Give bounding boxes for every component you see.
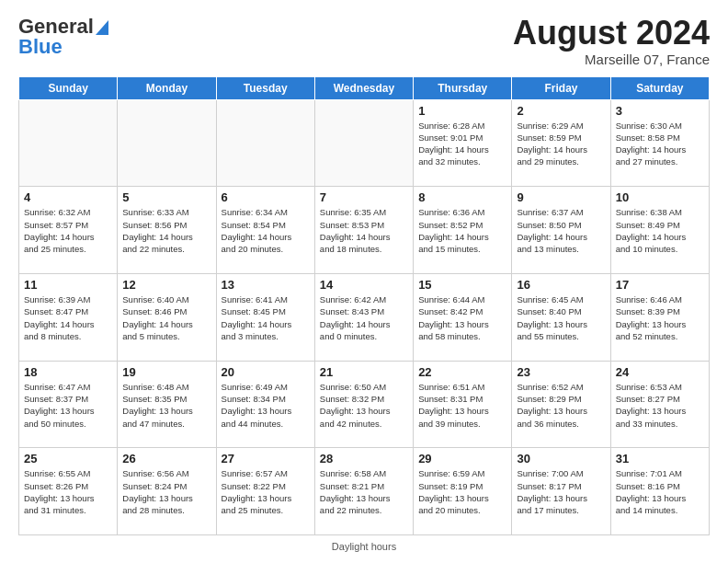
calendar-cell: 30Sunrise: 7:00 AM Sunset: 8:17 PM Dayli… xyxy=(512,448,610,535)
day-info: Sunrise: 6:50 AM Sunset: 8:32 PM Dayligh… xyxy=(320,381,408,430)
weekday-header-wednesday: Wednesday xyxy=(314,76,413,99)
weekday-header-tuesday: Tuesday xyxy=(216,76,314,99)
day-number: 7 xyxy=(320,190,408,204)
calendar-week-row: 1Sunrise: 6:28 AM Sunset: 9:01 PM Daylig… xyxy=(19,99,710,187)
title-area: August 2024 Marseille 07, France xyxy=(513,15,710,67)
day-info: Sunrise: 6:33 AM Sunset: 8:56 PM Dayligh… xyxy=(122,206,210,255)
calendar-cell: 3Sunrise: 6:30 AM Sunset: 8:58 PM Daylig… xyxy=(610,99,709,187)
calendar-cell: 10Sunrise: 6:38 AM Sunset: 8:49 PM Dayli… xyxy=(610,187,709,274)
location-subtitle: Marseille 07, France xyxy=(513,52,710,67)
day-number: 31 xyxy=(616,452,704,465)
calendar-cell: 5Sunrise: 6:33 AM Sunset: 8:56 PM Daylig… xyxy=(118,187,216,274)
calendar-body: 1Sunrise: 6:28 AM Sunset: 9:01 PM Daylig… xyxy=(19,99,710,534)
day-info: Sunrise: 6:29 AM Sunset: 8:59 PM Dayligh… xyxy=(517,120,605,168)
svg-marker-0 xyxy=(96,20,108,35)
weekday-header-friday: Friday xyxy=(512,76,610,99)
footer: Daylight hours xyxy=(18,541,710,552)
day-info: Sunrise: 6:46 AM Sunset: 8:39 PM Dayligh… xyxy=(616,293,704,342)
day-number: 29 xyxy=(418,452,506,465)
day-number: 17 xyxy=(616,278,704,292)
day-number: 30 xyxy=(517,452,605,465)
calendar-cell: 14Sunrise: 6:42 AM Sunset: 8:43 PM Dayli… xyxy=(314,273,413,361)
day-info: Sunrise: 6:52 AM Sunset: 8:29 PM Dayligh… xyxy=(517,381,605,430)
calendar-cell: 24Sunrise: 6:53 AM Sunset: 8:27 PM Dayli… xyxy=(610,361,709,448)
day-info: Sunrise: 6:38 AM Sunset: 8:49 PM Dayligh… xyxy=(616,206,704,255)
calendar-cell xyxy=(118,99,216,187)
calendar-cell: 15Sunrise: 6:44 AM Sunset: 8:42 PM Dayli… xyxy=(414,273,512,361)
weekday-header-thursday: Thursday xyxy=(414,76,512,99)
daylight-label: Daylight hours xyxy=(332,541,396,552)
day-info: Sunrise: 6:59 AM Sunset: 8:19 PM Dayligh… xyxy=(418,467,506,516)
calendar-table: SundayMondayTuesdayWednesdayThursdayFrid… xyxy=(18,76,710,535)
month-year-title: August 2024 xyxy=(513,15,710,52)
header: General Blue August 2024 Marseille 07, F… xyxy=(18,15,710,67)
calendar-cell: 6Sunrise: 6:34 AM Sunset: 8:54 PM Daylig… xyxy=(216,187,314,274)
calendar-cell: 18Sunrise: 6:47 AM Sunset: 8:37 PM Dayli… xyxy=(19,361,118,448)
calendar-cell: 17Sunrise: 6:46 AM Sunset: 8:39 PM Dayli… xyxy=(610,273,709,361)
calendar-header: SundayMondayTuesdayWednesdayThursdayFrid… xyxy=(19,76,710,99)
calendar-cell: 21Sunrise: 6:50 AM Sunset: 8:32 PM Dayli… xyxy=(314,361,413,448)
day-info: Sunrise: 6:37 AM Sunset: 8:50 PM Dayligh… xyxy=(517,206,605,255)
day-info: Sunrise: 6:58 AM Sunset: 8:21 PM Dayligh… xyxy=(320,467,408,516)
calendar-cell: 8Sunrise: 6:36 AM Sunset: 8:52 PM Daylig… xyxy=(414,187,512,274)
day-number: 13 xyxy=(222,278,310,292)
day-info: Sunrise: 6:39 AM Sunset: 8:47 PM Dayligh… xyxy=(24,293,112,342)
calendar-cell xyxy=(314,99,413,187)
calendar-cell: 12Sunrise: 6:40 AM Sunset: 8:46 PM Dayli… xyxy=(118,273,216,361)
day-number: 16 xyxy=(517,278,605,292)
day-number: 21 xyxy=(320,365,408,379)
day-number: 9 xyxy=(517,190,605,204)
day-number: 19 xyxy=(122,365,210,379)
calendar-week-row: 4Sunrise: 6:32 AM Sunset: 8:57 PM Daylig… xyxy=(19,187,710,274)
day-info: Sunrise: 6:57 AM Sunset: 8:22 PM Dayligh… xyxy=(222,467,310,516)
day-number: 10 xyxy=(616,190,704,204)
weekday-header-row: SundayMondayTuesdayWednesdayThursdayFrid… xyxy=(19,76,710,99)
day-info: Sunrise: 7:01 AM Sunset: 8:16 PM Dayligh… xyxy=(616,467,704,516)
day-info: Sunrise: 6:51 AM Sunset: 8:31 PM Dayligh… xyxy=(418,381,506,430)
calendar-cell: 1Sunrise: 6:28 AM Sunset: 9:01 PM Daylig… xyxy=(414,99,512,187)
calendar-week-row: 25Sunrise: 6:55 AM Sunset: 8:26 PM Dayli… xyxy=(19,448,710,535)
day-info: Sunrise: 6:44 AM Sunset: 8:42 PM Dayligh… xyxy=(418,293,506,342)
day-info: Sunrise: 6:35 AM Sunset: 8:53 PM Dayligh… xyxy=(320,206,408,255)
calendar-cell: 20Sunrise: 6:49 AM Sunset: 8:34 PM Dayli… xyxy=(216,361,314,448)
calendar-cell: 25Sunrise: 6:55 AM Sunset: 8:26 PM Dayli… xyxy=(19,448,118,535)
day-info: Sunrise: 6:48 AM Sunset: 8:35 PM Dayligh… xyxy=(122,381,210,430)
day-number: 1 xyxy=(418,104,506,118)
calendar-cell: 16Sunrise: 6:45 AM Sunset: 8:40 PM Dayli… xyxy=(512,273,610,361)
day-number: 15 xyxy=(418,278,506,292)
logo: General Blue xyxy=(18,15,108,59)
page: General Blue August 2024 Marseille 07, F… xyxy=(0,0,728,563)
calendar-cell xyxy=(216,99,314,187)
day-info: Sunrise: 6:36 AM Sunset: 8:52 PM Dayligh… xyxy=(418,206,506,255)
weekday-header-monday: Monday xyxy=(118,76,216,99)
calendar-cell: 2Sunrise: 6:29 AM Sunset: 8:59 PM Daylig… xyxy=(512,99,610,187)
calendar-cell: 26Sunrise: 6:56 AM Sunset: 8:24 PM Dayli… xyxy=(118,448,216,535)
day-info: Sunrise: 6:34 AM Sunset: 8:54 PM Dayligh… xyxy=(222,206,310,255)
calendar-cell: 19Sunrise: 6:48 AM Sunset: 8:35 PM Dayli… xyxy=(118,361,216,448)
calendar-cell: 29Sunrise: 6:59 AM Sunset: 8:19 PM Dayli… xyxy=(414,448,512,535)
day-info: Sunrise: 6:45 AM Sunset: 8:40 PM Dayligh… xyxy=(517,293,605,342)
calendar-cell xyxy=(19,99,118,187)
day-info: Sunrise: 6:56 AM Sunset: 8:24 PM Dayligh… xyxy=(122,467,210,516)
day-number: 4 xyxy=(24,190,112,204)
day-number: 18 xyxy=(24,365,112,379)
day-number: 5 xyxy=(122,190,210,204)
day-info: Sunrise: 6:32 AM Sunset: 8:57 PM Dayligh… xyxy=(24,206,112,255)
day-info: Sunrise: 6:28 AM Sunset: 9:01 PM Dayligh… xyxy=(418,120,506,168)
calendar-cell: 4Sunrise: 6:32 AM Sunset: 8:57 PM Daylig… xyxy=(19,187,118,274)
day-number: 11 xyxy=(24,278,112,292)
calendar-cell: 7Sunrise: 6:35 AM Sunset: 8:53 PM Daylig… xyxy=(314,187,413,274)
logo-blue-text: Blue xyxy=(18,35,63,59)
day-number: 14 xyxy=(320,278,408,292)
day-info: Sunrise: 6:55 AM Sunset: 8:26 PM Dayligh… xyxy=(24,467,112,516)
calendar-cell: 22Sunrise: 6:51 AM Sunset: 8:31 PM Dayli… xyxy=(414,361,512,448)
day-number: 2 xyxy=(517,104,605,118)
calendar-cell: 9Sunrise: 6:37 AM Sunset: 8:50 PM Daylig… xyxy=(512,187,610,274)
weekday-header-saturday: Saturday xyxy=(610,76,709,99)
calendar-cell: 27Sunrise: 6:57 AM Sunset: 8:22 PM Dayli… xyxy=(216,448,314,535)
day-number: 27 xyxy=(222,452,310,465)
day-info: Sunrise: 6:30 AM Sunset: 8:58 PM Dayligh… xyxy=(616,120,704,168)
calendar-cell: 13Sunrise: 6:41 AM Sunset: 8:45 PM Dayli… xyxy=(216,273,314,361)
day-number: 22 xyxy=(418,365,506,379)
day-number: 12 xyxy=(122,278,210,292)
